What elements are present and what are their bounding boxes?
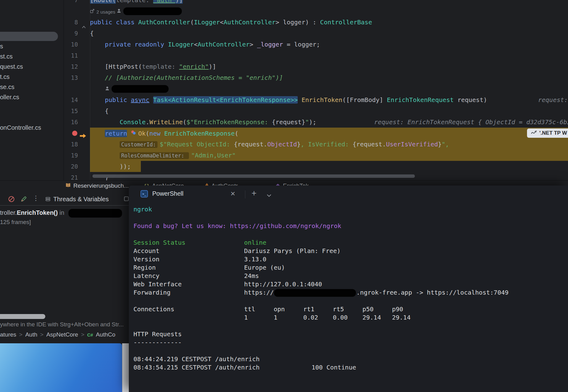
gutter-cell[interactable]: 9 — [63, 28, 90, 39]
terminal-output[interactable]: ngrok Found a bug? Let us know: https://… — [133, 205, 568, 392]
code-token: [Route( — [90, 0, 116, 4]
code-line: 9{ — [63, 28, 568, 39]
code-token: EnrichToken — [301, 96, 342, 104]
code-content[interactable] — [90, 50, 568, 61]
code-content[interactable]: { — [90, 28, 568, 39]
close-icon[interactable]: × — [231, 189, 235, 198]
breadcrumb-item[interactable]: atures — [0, 331, 16, 338]
csharp-icon: C# — [87, 332, 93, 337]
breadcrumb-item[interactable]: AspNetCore — [46, 331, 78, 338]
code-content[interactable]: CustomerId:$"Request ObjectId: {request.… — [90, 139, 568, 150]
code-token: ", — [442, 141, 449, 148]
explorer-item[interactable]: oller.cs — [0, 92, 19, 102]
terminal-column-cell: 29.14 — [392, 313, 422, 322]
code-line: return Ok(new EnrichTokenResponse( — [63, 128, 568, 139]
gutter-cell[interactable]: 11 — [63, 50, 90, 61]
explorer-item[interactable]: s — [0, 41, 3, 51]
redaction-bar — [123, 7, 182, 15]
code-token: _logger — [257, 41, 283, 48]
code-token: )); — [90, 163, 131, 170]
line-number: 19 — [71, 152, 78, 159]
code-token: UserIsVerified — [386, 141, 438, 148]
breadcrumb-item[interactable]: AuthCo — [96, 331, 115, 338]
dotnet-tp-badge[interactable]: '.NET TP W — [527, 129, 568, 138]
code-token: request: EnrichTokenRequest { ObjectId =… — [374, 116, 568, 128]
code-content[interactable]: [Route(template: "auth")] — [90, 0, 568, 6]
terminal-tab-label[interactable]: PowerShell — [152, 190, 183, 197]
console-tab-icon[interactable] — [124, 196, 129, 202]
search-hint-bar — [0, 314, 45, 319]
code-token: CustomerId: — [120, 141, 157, 148]
gutter-cell[interactable]: 16 — [63, 116, 90, 128]
gutter-cell[interactable]: 14 — [63, 94, 90, 105]
code-content[interactable] — [90, 83, 568, 94]
code-content[interactable]: Console.WriteLine($"EnrichTokenResponse:… — [90, 116, 568, 128]
gutter-cell[interactable]: 18 — [63, 139, 90, 150]
gutter-cell[interactable]: 12 — [63, 61, 90, 72]
code-token: ControllerBase — [320, 18, 372, 26]
code-content[interactable]: 2 usages — [90, 6, 568, 17]
code-token: $"Request ObjectId: — [160, 141, 234, 148]
code-line: 16 Console.WriteLine($"EnrichTokenRespon… — [63, 116, 568, 128]
tab-strip-underline — [0, 205, 129, 206]
horizontal-scrollbar[interactable] — [92, 174, 415, 178]
code-content[interactable]: { — [90, 105, 568, 116]
gutter-cell[interactable]: 20 — [63, 161, 90, 172]
gutter-cell[interactable]: 8 — [63, 17, 90, 28]
gutter-cell[interactable]: 15 — [63, 105, 90, 116]
code-token — [149, 96, 153, 104]
terminal-line: ngrok — [133, 205, 568, 214]
editor-panel[interactable]: 7[Route(template: "auth")]2 usages 8publ… — [63, 0, 568, 180]
terminal-line: Version3.13.0 — [133, 255, 568, 263]
code-content[interactable]: return Ok(new EnrichTokenResponse( — [90, 128, 568, 139]
stack-frame[interactable]: troller.EnrichToken() in — [0, 208, 122, 217]
panel-divider[interactable] — [63, 0, 64, 180]
gutter-cell[interactable]: 10 — [63, 39, 90, 50]
code-line: 10 private readonly ILogger<AuthControll… — [63, 39, 568, 50]
gutter-separator — [90, 0, 90, 180]
gutter-cell[interactable]: 21 — [63, 172, 90, 180]
breadcrumb-item[interactable]: Auth — [25, 331, 37, 338]
explorer-item[interactable]: st.cs — [0, 51, 13, 62]
new-tab-icon[interactable]: + — [251, 188, 256, 198]
gutter-cell[interactable] — [63, 6, 90, 17]
debug-toolbar: ⋮ Threads & Variables — [0, 193, 129, 205]
explorer-selected-row[interactable] — [0, 32, 58, 41]
mute-breakpoints-icon[interactable] — [8, 196, 15, 204]
stack-frame-method: EnrichToken() — [17, 209, 58, 216]
terminal-column-cell: p90 — [392, 305, 422, 313]
edit-icon[interactable] — [20, 196, 27, 204]
debug-session-tab[interactable]: Reservierungsbuch... — [65, 182, 129, 190]
code-content[interactable]: RolesCommaDelimiter: "Admin,User" — [90, 150, 568, 161]
explorer-item[interactable]: onController.cs — [0, 123, 41, 133]
terminal-window[interactable]: >_ PowerShell × + ngrok Found a bug? Let… — [129, 186, 568, 392]
explorer-item[interactable]: t.cs — [0, 72, 10, 82]
gutter-cell[interactable]: 13 — [63, 72, 90, 83]
explorer-item[interactable]: se.cs — [0, 82, 14, 92]
code-token: {request} — [272, 118, 305, 126]
line-number: 7 — [75, 0, 78, 3]
chevron-down-icon[interactable] — [267, 193, 271, 198]
gutter-cell[interactable] — [63, 128, 90, 139]
gutter-cell[interactable]: 7 — [63, 0, 90, 6]
gutter-cell[interactable] — [63, 83, 90, 94]
code-token — [383, 96, 387, 104]
code-content[interactable]: // [Authorize(AuthenticationSchemes = "e… — [90, 72, 568, 83]
code-content[interactable]: private readonly ILogger<AuthController>… — [90, 39, 568, 50]
tab-threads-variables[interactable]: Threads & Variables — [46, 193, 109, 205]
code-token: "Admin,User" — [191, 152, 236, 159]
code-token: ILogger — [168, 41, 194, 48]
code-rows: 7[Route(template: "auth")]2 usages 8publ… — [63, 0, 568, 180]
code-content[interactable]: public async Task<ActionResult<EnrichTok… — [90, 94, 568, 105]
code-line: 12 [HttpPost(template: "enrich")] — [63, 61, 568, 72]
breakpoint-icon[interactable] — [72, 131, 77, 136]
more-options-icon[interactable]: ⋮ — [33, 194, 39, 202]
code-content[interactable]: [HttpPost(template: "enrich")] — [90, 61, 568, 72]
code-content[interactable]: )); — [90, 161, 568, 172]
line-number: 10 — [71, 41, 78, 48]
explorer-item[interactable]: quest.cs — [0, 62, 23, 72]
stack-frame-prefix: troller. — [0, 209, 17, 216]
code-content[interactable]: public class AuthController(ILogger<Auth… — [90, 17, 568, 28]
gutter-cell[interactable]: 19 — [63, 150, 90, 161]
terminal-column-cell: 1 — [274, 313, 303, 322]
